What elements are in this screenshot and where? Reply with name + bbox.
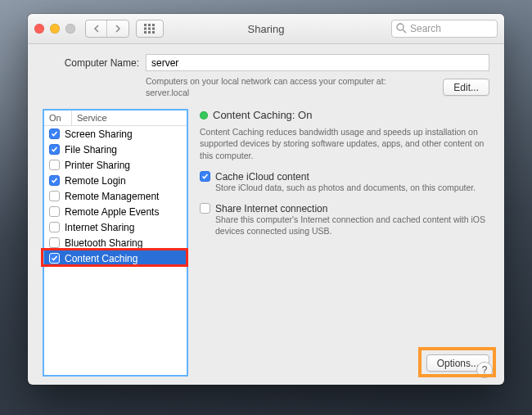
svg-rect-6: [144, 31, 147, 34]
service-label: File Sharing: [65, 144, 117, 156]
service-row-content-caching[interactable]: Content Caching: [44, 250, 187, 266]
search-icon: [396, 23, 407, 34]
service-checkbox[interactable]: [49, 237, 60, 248]
check-icon: [51, 130, 58, 138]
traffic-lights: [34, 24, 75, 34]
service-label: Content Caching: [65, 253, 138, 264]
svg-rect-1: [148, 24, 151, 26]
service-checkbox[interactable]: [49, 144, 60, 155]
svg-point-9: [397, 24, 404, 30]
service-description: Content Caching reduces bandwidth usage …: [200, 126, 489, 161]
check-icon: [201, 173, 209, 180]
show-all-button[interactable]: [136, 20, 164, 38]
computer-name-input[interactable]: [146, 54, 489, 71]
cache-icloud-label: Cache iCloud content: [215, 171, 476, 183]
service-row-screen-sharing[interactable]: Screen Sharing: [44, 126, 187, 142]
svg-rect-5: [152, 28, 155, 30]
service-checkbox[interactable]: [49, 206, 60, 217]
chevron-right-icon: [115, 25, 121, 33]
grid-icon: [144, 24, 156, 34]
service-row-remote-management[interactable]: Remote Management: [44, 188, 187, 204]
search-input[interactable]: [391, 20, 498, 38]
service-checkbox[interactable]: [49, 222, 60, 232]
svg-rect-7: [148, 31, 151, 34]
check-icon: [51, 146, 58, 153]
share-internet-sub: Share this computer's Internet connectio…: [215, 214, 489, 237]
svg-rect-3: [144, 28, 147, 30]
close-icon[interactable]: [34, 24, 44, 34]
service-checkbox[interactable]: [49, 129, 60, 139]
service-label: Screen Sharing: [65, 129, 133, 140]
service-checkbox[interactable]: [49, 160, 60, 170]
service-row-internet-sharing[interactable]: Internet Sharing: [44, 219, 187, 235]
service-checkbox[interactable]: [49, 175, 60, 186]
check-icon: [51, 255, 58, 262]
svg-rect-4: [148, 28, 151, 30]
status-indicator-icon: [200, 111, 208, 120]
service-label: Bluetooth Sharing: [65, 237, 142, 249]
col-service-header: Service: [72, 111, 187, 125]
service-list[interactable]: On Service Screen SharingFile SharingPri…: [43, 109, 188, 377]
forward-button[interactable]: [107, 20, 128, 37]
service-detail: Content Caching: On Content Caching redu…: [200, 109, 489, 377]
service-checkbox[interactable]: [49, 191, 60, 201]
svg-rect-8: [152, 31, 155, 34]
edit-button[interactable]: Edit...: [443, 79, 489, 96]
status-title: Content Caching: On: [213, 109, 312, 121]
svg-line-10: [403, 29, 406, 33]
service-checkbox[interactable]: [49, 253, 60, 264]
share-internet-checkbox[interactable]: [200, 203, 210, 214]
titlebar: Sharing: [28, 14, 504, 44]
service-label: Internet Sharing: [65, 222, 134, 233]
preferences-window: Sharing Computer Name: Computers on your…: [28, 14, 504, 385]
chevron-left-icon: [93, 25, 100, 33]
service-label: Remote Apple Events: [65, 206, 159, 218]
service-row-bluetooth-sharing[interactable]: Bluetooth Sharing: [44, 235, 187, 250]
share-internet-label: Share Internet connection: [215, 203, 489, 214]
service-row-remote-apple-events[interactable]: Remote Apple Events: [44, 204, 187, 219]
service-row-remote-login[interactable]: Remote Login: [44, 173, 187, 188]
cache-icloud-sub: Store iCloud data, such as photos and do…: [215, 183, 476, 194]
check-icon: [51, 177, 58, 184]
col-on-header: On: [44, 111, 72, 125]
service-label: Remote Management: [65, 191, 159, 202]
service-label: Remote Login: [65, 175, 126, 187]
cache-icloud-checkbox[interactable]: [200, 171, 210, 182]
nav-back-forward[interactable]: [85, 20, 129, 38]
minimize-icon[interactable]: [50, 24, 60, 34]
svg-rect-0: [144, 24, 147, 26]
computer-name-label: Computer Name:: [43, 57, 139, 69]
help-button[interactable]: ?: [476, 362, 493, 378]
zoom-icon[interactable]: [65, 24, 75, 34]
svg-rect-2: [152, 24, 155, 26]
service-row-printer-sharing[interactable]: Printer Sharing: [44, 157, 187, 173]
back-button[interactable]: [86, 20, 107, 37]
service-list-header: On Service: [44, 111, 187, 126]
service-row-file-sharing[interactable]: File Sharing: [44, 142, 187, 157]
service-label: Printer Sharing: [65, 160, 130, 171]
